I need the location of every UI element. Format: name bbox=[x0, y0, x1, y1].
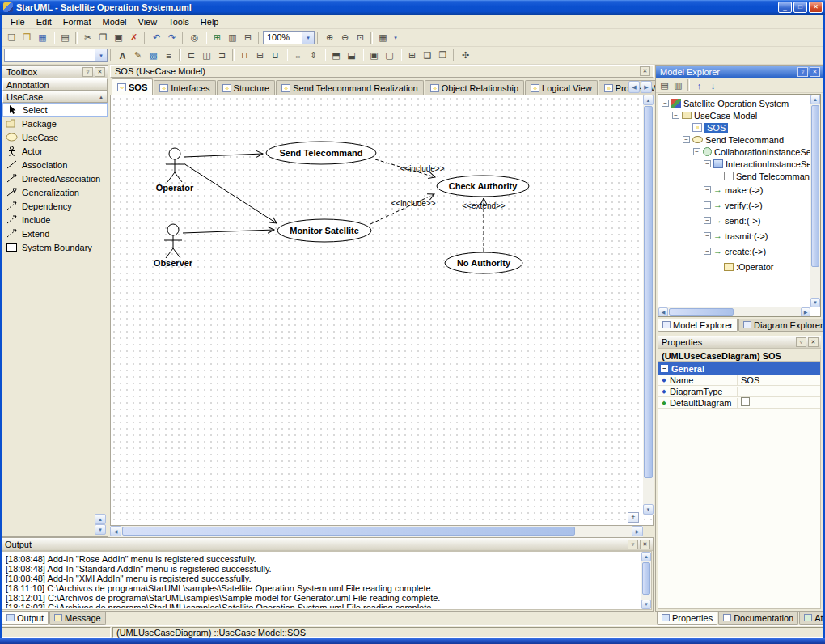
tab-interfaces[interactable]: Interfaces bbox=[154, 80, 215, 95]
pin-icon[interactable]: ▿ bbox=[628, 540, 638, 549]
scrollbar-thumb[interactable] bbox=[642, 562, 650, 595]
tree-item-verify[interactable]: − → verify:(->) bbox=[659, 197, 810, 213]
collapse-icon[interactable]: − bbox=[704, 160, 711, 167]
tool-actor[interactable]: Actor bbox=[2, 144, 108, 158]
snap-grid-icon[interactable]: ⊞ bbox=[404, 49, 420, 62]
scroll-right-icon[interactable]: ▶ bbox=[632, 526, 643, 536]
collapse-icon[interactable]: − bbox=[704, 232, 711, 239]
bring-to-front-icon[interactable]: ⬒ bbox=[328, 49, 344, 62]
tree-vertical-scrollbar[interactable]: ▲ ▼ bbox=[810, 95, 820, 307]
tree-horizontal-scrollbar[interactable]: ◀ ▶ bbox=[658, 307, 810, 316]
tool-association[interactable]: Association bbox=[2, 158, 108, 172]
tree-item-interaction-instance-set[interactable]: − InteractionInstanceSet1 bbox=[659, 158, 810, 170]
save-file-icon[interactable]: ▦ bbox=[35, 31, 50, 44]
move-down-icon[interactable]: ↓ bbox=[706, 79, 720, 92]
tree-item-send[interactable]: − → send:(->) bbox=[659, 213, 810, 228]
tree-item-operator-object[interactable]: :Operator bbox=[659, 259, 810, 274]
layer-icon[interactable]: ▥ bbox=[225, 31, 240, 44]
zoom-in-icon[interactable]: ⊕ bbox=[322, 31, 337, 44]
cut-icon[interactable]: ✂ bbox=[80, 31, 95, 44]
association-observer-monitor[interactable] bbox=[183, 230, 274, 233]
delete-icon[interactable]: ✗ bbox=[126, 31, 142, 44]
chevron-down-icon[interactable]: ▾ bbox=[95, 49, 107, 61]
tree-item-create[interactable]: − → create:(->) bbox=[659, 244, 810, 259]
chevron-down-icon[interactable]: ▾ bbox=[302, 32, 314, 44]
font-color-icon[interactable]: A bbox=[115, 49, 130, 62]
new-file-icon[interactable]: ❏ bbox=[4, 31, 19, 44]
scroll-down-icon[interactable]: ▼ bbox=[643, 504, 654, 515]
tool-system-boundary[interactable]: System Boundary bbox=[2, 240, 108, 254]
canvas-horizontal-scrollbar[interactable]: ◀ ▶ bbox=[110, 526, 643, 537]
scroll-up-icon[interactable]: ▲ bbox=[95, 514, 106, 524]
line-color-icon[interactable]: ✎ bbox=[130, 49, 146, 62]
tab-structure[interactable]: Structure bbox=[217, 80, 276, 95]
close-icon[interactable]: ✕ bbox=[640, 540, 650, 549]
align-center-icon[interactable]: ◫ bbox=[199, 49, 214, 62]
scroll-down-icon[interactable]: ▼ bbox=[641, 600, 651, 609]
default-diagram-checkbox[interactable] bbox=[741, 397, 750, 406]
pin-icon[interactable]: ▿ bbox=[796, 337, 806, 347]
collapse-icon[interactable]: − bbox=[661, 365, 668, 372]
expand-view-button[interactable]: + bbox=[628, 512, 639, 523]
grid-options-icon[interactable]: ▦ bbox=[375, 31, 391, 44]
tool-directed-association[interactable]: DirectedAssociation bbox=[2, 172, 108, 185]
collapse-icon[interactable]: − bbox=[672, 112, 679, 119]
close-button[interactable]: ✕ bbox=[809, 2, 823, 13]
send-to-back-icon[interactable]: ⬓ bbox=[344, 49, 359, 62]
pin-icon[interactable]: ▿ bbox=[798, 67, 808, 77]
tree-item-make[interactable]: − → make:(->) bbox=[659, 182, 810, 197]
output-vertical-scrollbar[interactable]: ▲ ▼ bbox=[641, 552, 651, 609]
chevron-down-icon[interactable]: ▾ bbox=[391, 31, 400, 44]
print-icon[interactable]: ▤ bbox=[57, 31, 73, 44]
close-diagram-icon[interactable]: ✕ bbox=[640, 66, 650, 76]
scroll-down-icon[interactable]: ▼ bbox=[810, 298, 820, 307]
close-icon[interactable]: ✕ bbox=[808, 337, 819, 347]
align-middle-icon[interactable]: ⊟ bbox=[252, 49, 268, 62]
collapse-icon[interactable]: − bbox=[704, 217, 711, 224]
fill-color-icon[interactable]: ▩ bbox=[146, 49, 161, 62]
tab-send-telecommand-realization[interactable]: Send Telecommand Realization bbox=[276, 80, 424, 95]
menu-edit[interactable]: Edit bbox=[31, 15, 57, 28]
tab-object-relationship[interactable]: Object Relationship bbox=[425, 80, 524, 95]
usecase-no-authority[interactable]: No Authority bbox=[445, 252, 522, 273]
scrollbar-thumb[interactable] bbox=[122, 527, 575, 536]
group-icon[interactable]: ▣ bbox=[366, 49, 382, 62]
tree-item-satellite-operation-system[interactable]: − Satellite Operation System bbox=[659, 97, 810, 109]
tab-documentation[interactable]: Documentation bbox=[718, 612, 798, 625]
tab-properties[interactable]: Properties bbox=[657, 612, 717, 625]
collapse-icon[interactable]: − bbox=[704, 248, 711, 255]
tree-item-trasmit[interactable]: − → trasmit:(->) bbox=[659, 228, 810, 244]
tool-extend[interactable]: Extend bbox=[2, 227, 108, 240]
scrollbar-thumb[interactable] bbox=[644, 106, 653, 478]
usecase-send-telecommand[interactable]: Send Telecommand bbox=[266, 142, 376, 164]
collapse-icon[interactable]: − bbox=[704, 186, 711, 193]
copy-style-icon[interactable]: ❑ bbox=[420, 49, 435, 62]
menu-format[interactable]: Format bbox=[57, 15, 97, 28]
same-width-icon[interactable]: ⇔ bbox=[290, 49, 306, 62]
sort-icon[interactable]: ▥ bbox=[671, 79, 685, 92]
scroll-left-icon[interactable]: ◀ bbox=[658, 307, 668, 316]
collapse-icon[interactable]: − bbox=[704, 201, 711, 209]
font-combobox[interactable]: ▾ bbox=[4, 49, 108, 62]
find-icon[interactable]: ◎ bbox=[187, 31, 202, 44]
toolbox-group-usecase[interactable]: UseCase ▲ bbox=[2, 91, 108, 103]
tree-item-send-telecommand-realization[interactable]: Send Telecommand Rea bbox=[659, 170, 810, 182]
menu-file[interactable]: File bbox=[5, 15, 31, 28]
menu-tools[interactable]: Tools bbox=[163, 15, 195, 28]
usecase-monitor-satellite[interactable]: Monitor Satellite bbox=[277, 219, 371, 242]
tab-model-explorer[interactable]: Model Explorer bbox=[658, 319, 738, 332]
tab-scroll-right-icon[interactable]: ▶ bbox=[641, 81, 652, 93]
view-options-icon[interactable]: ⊟ bbox=[240, 31, 256, 44]
tab-attachments[interactable]: At bbox=[799, 612, 825, 625]
diagram-canvas[interactable]: <<include>> <<include>> <<extend>> Opera… bbox=[110, 95, 654, 526]
tool-dependency[interactable]: Dependency bbox=[2, 199, 108, 213]
tab-output[interactable]: Output bbox=[2, 612, 49, 625]
collapse-icon[interactable]: − bbox=[662, 100, 669, 107]
tool-package[interactable]: Package bbox=[2, 117, 108, 130]
properties-section-general[interactable]: − General bbox=[658, 362, 820, 375]
association-operator-monitor[interactable] bbox=[184, 163, 277, 223]
association-operator-send[interactable] bbox=[184, 154, 263, 157]
maximize-button[interactable]: □ bbox=[793, 2, 807, 13]
property-row-defaultdiagram[interactable]: ◆ DefaultDiagram bbox=[658, 397, 820, 409]
scrollbar-thumb[interactable] bbox=[811, 105, 819, 267]
